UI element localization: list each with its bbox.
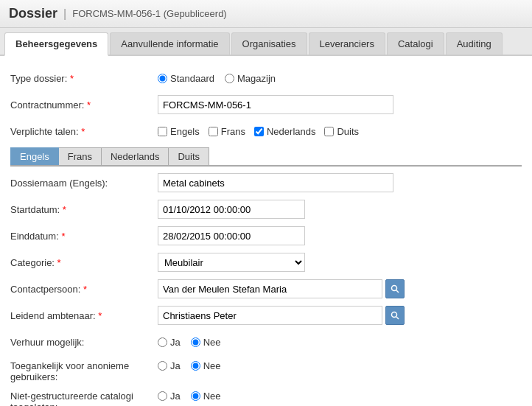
lang-tab-engels[interactable]: Engels	[10, 147, 59, 165]
talen-checkbox-group: Engels Frans Nederlands Duits	[158, 126, 359, 137]
tabs-bar: Beheersgegevens Aanvullende informatie O…	[0, 28, 532, 56]
radio-standaard-input[interactable]	[158, 74, 167, 83]
radio-niet-gestructureerd-nee[interactable]: Nee	[191, 391, 221, 402]
leidend-label: Leidend ambtenaar: *	[10, 310, 158, 321]
radio-toegankelijk-nee-input[interactable]	[191, 361, 200, 371]
checkbox-frans-input[interactable]	[209, 127, 218, 136]
radio-toegankelijk-ja-input[interactable]	[158, 361, 167, 371]
verhuur-radio-group: Ja Nee	[158, 337, 221, 348]
contractnummer-row: Contractnummer: *	[10, 94, 522, 115]
dossiernaam-label: Dossiernaam (Engels):	[10, 178, 158, 189]
startdatum-label: Startdatum: *	[10, 204, 158, 215]
toegankelijk-radio-group: Ja Nee	[158, 360, 221, 371]
startdatum-row: Startdatum: *	[10, 199, 522, 220]
niet-gestructureerd-row: Niet-gestructureerde catalogi toegelaten…	[10, 388, 522, 406]
contractnummer-label: Contractnummer: *	[10, 99, 158, 111]
contactpersoon-row: Contactpersoon: *	[10, 279, 522, 299]
checkbox-engels[interactable]: Engels	[158, 126, 200, 137]
checkbox-duits-input[interactable]	[324, 127, 334, 136]
type-dossier-radio-group: Standaard Magazijn	[158, 73, 276, 84]
tab-organisaties[interactable]: Organisaties	[231, 32, 307, 55]
leidend-picker-button[interactable]	[385, 306, 405, 325]
dossiernaam-row: Dossiernaam (Engels):	[10, 172, 522, 193]
verhuur-row: Verhuur mogelijk: Ja Nee	[10, 332, 522, 352]
tab-leveranciers[interactable]: Leveranciers	[309, 32, 385, 55]
startdatum-control	[158, 200, 522, 219]
leidend-control	[158, 306, 522, 325]
radio-toegankelijk-ja[interactable]: Ja	[158, 360, 181, 371]
contactpersoon-control	[158, 279, 522, 298]
categorie-row: Categorie: * Meubilair	[10, 252, 522, 273]
radio-verhuur-ja-input[interactable]	[158, 337, 167, 347]
checkbox-engels-input[interactable]	[158, 127, 167, 136]
page-header: Dossier | FORCMS-MM-056-1 (Gepubliceerd)	[0, 0, 532, 28]
dossiernaam-control	[158, 173, 522, 192]
radio-magazijn[interactable]: Magazijn	[225, 73, 276, 84]
page-title: Dossier	[9, 6, 57, 21]
niet-gestructureerd-label: Niet-gestructureerde catalogi toegelaten…	[10, 388, 158, 406]
niet-gestructureerd-radio-group: Ja Nee	[158, 391, 221, 402]
tab-aanvullende-informatie[interactable]: Aanvullende informatie	[110, 32, 229, 55]
type-dossier-label: Type dossier: *	[10, 73, 158, 84]
verhuur-label: Verhuur mogelijk:	[10, 337, 158, 348]
checkbox-nederlands[interactable]: Nederlands	[254, 126, 316, 137]
lang-tabs-bar: Engels Frans Nederlands Duits	[10, 147, 522, 167]
svg-point-0	[392, 286, 397, 291]
verplichte-talen-label: Verplichte talen: *	[10, 126, 158, 137]
radio-magazijn-input[interactable]	[225, 74, 234, 83]
radio-toegankelijk-nee[interactable]: Nee	[191, 360, 221, 371]
lang-tab-nederlands[interactable]: Nederlands	[102, 147, 169, 165]
contractnummer-control	[158, 95, 522, 114]
contactpersoon-picker-button[interactable]	[385, 279, 405, 298]
toegankelijk-row: Toegankelijk voor anonieme gebruikers: J…	[10, 358, 522, 382]
radio-verhuur-nee[interactable]: Nee	[191, 337, 221, 348]
categorie-label: Categorie: *	[10, 257, 158, 268]
niet-gestructureerd-control: Ja Nee	[158, 388, 522, 402]
radio-niet-gestructureerd-ja-input[interactable]	[158, 391, 167, 401]
einddatum-row: Einddatum: *	[10, 225, 522, 246]
contactpersoon-input[interactable]	[158, 279, 382, 298]
toegankelijk-control: Ja Nee	[158, 358, 522, 371]
radio-verhuur-nee-input[interactable]	[191, 337, 200, 347]
contractnummer-input[interactable]	[158, 95, 393, 114]
checkbox-frans[interactable]: Frans	[209, 126, 245, 137]
search-icon	[391, 311, 399, 320]
tab-auditing[interactable]: Auditing	[446, 32, 503, 55]
svg-line-1	[396, 290, 399, 293]
leidend-input-group	[158, 306, 405, 325]
verplichte-talen-control: Engels Frans Nederlands Duits	[158, 126, 522, 137]
checkbox-nederlands-input[interactable]	[254, 127, 264, 136]
radio-standaard[interactable]: Standaard	[158, 73, 214, 84]
leidend-input[interactable]	[158, 306, 382, 325]
lang-tab-duits[interactable]: Duits	[169, 147, 209, 165]
header-subtitle: FORCMS-MM-056-1 (Gepubliceerd)	[72, 8, 227, 19]
radio-niet-gestructureerd-nee-input[interactable]	[191, 391, 200, 401]
tab-catalogi[interactable]: Catalogi	[387, 32, 444, 55]
type-dossier-control: Standaard Magazijn	[158, 73, 522, 84]
svg-point-2	[392, 312, 397, 318]
einddatum-label: Einddatum: *	[10, 231, 158, 242]
dossiernaam-input[interactable]	[158, 173, 393, 192]
radio-niet-gestructureerd-ja[interactable]: Ja	[158, 391, 181, 402]
leidend-row: Leidend ambtenaar: *	[10, 305, 522, 326]
tab-beheersgegevens[interactable]: Beheersgegevens	[4, 32, 108, 56]
einddatum-control	[158, 226, 522, 245]
header-separator: |	[63, 7, 66, 21]
categorie-select[interactable]: Meubilair	[158, 253, 305, 272]
content-area: Type dossier: * Standaard Magazijn C	[0, 56, 532, 406]
lang-tab-frans[interactable]: Frans	[59, 147, 102, 165]
type-dossier-row: Type dossier: * Standaard Magazijn	[10, 68, 522, 88]
search-icon	[391, 284, 399, 293]
checkbox-duits[interactable]: Duits	[324, 126, 359, 137]
verhuur-control: Ja Nee	[158, 337, 522, 348]
verplichte-talen-row: Verplichte talen: * Engels Frans Nederla…	[10, 121, 522, 141]
toegankelijk-label: Toegankelijk voor anonieme gebruikers:	[10, 358, 158, 382]
categorie-control: Meubilair	[158, 253, 522, 272]
svg-line-3	[396, 317, 399, 319]
contactpersoon-label: Contactpersoon: *	[10, 284, 158, 295]
einddatum-input[interactable]	[158, 226, 305, 245]
startdatum-input[interactable]	[158, 200, 305, 219]
radio-verhuur-ja[interactable]: Ja	[158, 337, 181, 348]
contactpersoon-input-group	[158, 279, 405, 298]
